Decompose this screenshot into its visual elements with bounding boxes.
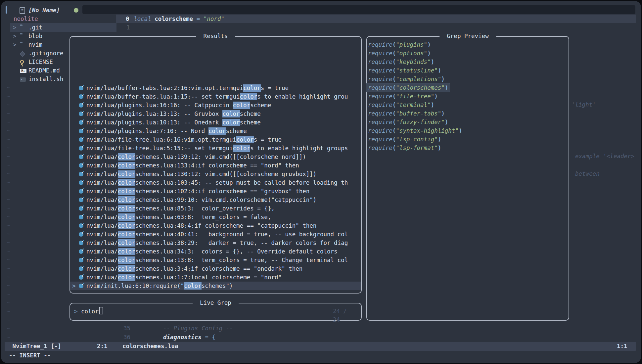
result-row[interactable]: >nvim/lua/plugins.lua:7:10: -- Nord colo…	[70, 127, 361, 135]
preview-line-code: require("terminal")	[366, 101, 436, 109]
filetree-item-label: LICENSE	[28, 58, 53, 66]
result-row[interactable]: >nvim/lua/colorschemes.lua:103:45: -- se…	[70, 178, 361, 187]
match-highlight: color	[118, 274, 135, 281]
result-row[interactable]: >nvim/lua/colorschemes.lua:102:4:if colo…	[70, 187, 361, 196]
chevron-right-icon[interactable]: >	[13, 23, 18, 32]
tabline-accent-bar	[6, 6, 7, 14]
result-row[interactable]: >nvim/lua/colorschemes.lua:34:3: colors …	[70, 247, 361, 256]
tilde-empty-line: ~	[7, 187, 10, 195]
result-row-text: nvim/lua/plugins.lua:7:10: -- Nord color…	[86, 127, 247, 135]
tilde-empty-line: ~	[7, 247, 10, 255]
match-highlight: color	[118, 231, 135, 238]
statusline: NvimTree_1 [-] 2:1 colorschemes.lua 1:1	[5, 342, 636, 351]
tilde-empty-line: ~	[7, 221, 10, 230]
filetree-project-name[interactable]: neolite	[14, 15, 38, 23]
prompt-caret-icon: >	[74, 308, 81, 315]
match-highlight: color	[233, 145, 251, 152]
tilde-empty-line: ~	[7, 83, 10, 92]
result-row[interactable]: >nvim/lua/plugins.lua:13:13: -- Gruvbox …	[70, 110, 361, 118]
preview-line: require("lsp-config")	[368, 135, 443, 144]
lua-file-icon	[79, 180, 83, 185]
match-highlight: color	[184, 282, 202, 290]
livegrep-window: Live Grep	[69, 303, 362, 321]
tilde-empty-line: ~	[7, 204, 10, 212]
chevron-right-icon[interactable]: >	[13, 40, 18, 49]
result-row[interactable]: >nvim/lua/colorschemes.lua:139:12: vim.c…	[70, 153, 361, 161]
mode-indicator: -- INSERT --	[9, 351, 51, 360]
result-row-text: nvim/lua/buffer-tabs.lua:2:16:vim.opt.te…	[86, 84, 289, 92]
background-line-number-36: 36	[122, 333, 130, 341]
result-row-text: nvim/lua/colorschemes.lua:63:8: term_col…	[86, 213, 271, 221]
lua-file-icon	[79, 249, 83, 254]
identifier-colorscheme: colorscheme	[151, 16, 197, 22]
result-row[interactable]: >nvim/lua/colorschemes.lua:3:4:if colors…	[70, 264, 361, 273]
chevron-right-icon[interactable]: >	[13, 32, 18, 40]
result-row-text: nvim/init.lua:6:10:require("colorschemes…	[86, 282, 233, 290]
result-row-text: nvim/lua/plugins.lua:13:13: -- Gruvbox c…	[86, 110, 261, 118]
filetree-item-label: README.md	[28, 66, 60, 75]
md-icon: M↓	[20, 69, 26, 73]
tilde-empty-line: ~	[7, 195, 10, 204]
preview-line-code: require("plugins")	[366, 40, 433, 49]
filetree-item--git[interactable]: >.git	[1, 23, 116, 32]
tilde-empty-line: ~	[7, 255, 10, 264]
match-highlight: color	[118, 196, 135, 204]
tilde-empty-line: ~	[7, 152, 10, 161]
filetree-item-label: blob	[28, 32, 42, 40]
result-row[interactable]: >nvim/lua/colorschemes.lua:99:10: vim.cm…	[70, 196, 361, 204]
match-highlight: color	[208, 127, 226, 135]
preview-line-code: require("lsp-config")	[366, 135, 443, 144]
livegrep-prompt-input[interactable]: > color	[74, 307, 103, 315]
result-row[interactable]: >nvim/lua/colorschemes.lua:63:8: term_co…	[70, 213, 361, 221]
background-text-leader: example '<leader>	[575, 152, 634, 160]
match-highlight: color	[118, 205, 135, 212]
tilde-empty-line: ~	[7, 212, 10, 221]
result-row[interactable]: >nvim/lua/colorschemes.lua:85:3: color_o…	[70, 204, 361, 213]
match-highlight: color	[240, 93, 257, 100]
result-row[interactable]: >nvim/lua/colorschemes.lua:13:8: term_co…	[70, 256, 361, 264]
tilde-empty-line: ~	[7, 178, 10, 187]
operator-equals-2: =	[202, 334, 212, 341]
tilde-empty-line: ~	[7, 333, 10, 341]
lua-file-icon	[79, 172, 83, 176]
lua-file-icon	[79, 223, 83, 228]
lua-file-icon	[79, 146, 83, 151]
match-highlight: color	[243, 84, 261, 92]
lua-file-icon	[79, 86, 83, 90]
result-row[interactable]: >nvim/lua/buffer-tabs.lua:2:16:vim.opt.t…	[70, 84, 361, 92]
result-row[interactable]: >nvim/lua/plugins.lua:16:16: -- Catppucc…	[70, 101, 361, 110]
lua-file-icon	[79, 155, 83, 159]
result-row[interactable]: >nvim/lua/plugins.lua:10:13: -- Onedark …	[70, 118, 361, 127]
result-row[interactable]: >nvim/lua/file-tree.lua:5:15:-- set term…	[70, 144, 361, 153]
preview-line: require("syntax-highlight")	[368, 126, 464, 135]
match-highlight: color	[118, 213, 135, 221]
preview-line-code: require("options")	[366, 49, 433, 58]
editor-line-number-1: 1	[126, 23, 130, 32]
tilde-empty-line: ~	[7, 126, 10, 135]
match-highlight: color	[118, 222, 135, 229]
preview-line-code: require("statusline")	[366, 66, 443, 75]
match-highlight: color	[118, 188, 135, 195]
result-row[interactable]: >nvim/lua/colorschemes.lua:130:12: vim.c…	[70, 170, 361, 178]
result-row[interactable]: >nvim/lua/colorschemes.lua:133:4:if colo…	[70, 161, 361, 170]
result-row[interactable]: >nvim/lua/file-tree.lua:6:16:vim.opt.ter…	[70, 135, 361, 144]
result-row[interactable]: >nvim/lua/colorschemes.lua:1:7:local col…	[70, 273, 361, 282]
tilde-empty-line: ~	[7, 264, 10, 273]
editor-code-line-0[interactable]: local colorscheme = "nord"	[134, 15, 224, 23]
result-row[interactable]: >nvim/init.lua:6:10:require("colorscheme…	[70, 282, 361, 290]
preview-line: require("file-tree")	[368, 92, 439, 101]
buffer-file-icon: ≡	[20, 7, 25, 14]
preview-window-title: Grep Preview	[439, 32, 496, 40]
result-row[interactable]: >nvim/lua/colorschemes.lua:40:41: backgr…	[70, 230, 361, 239]
result-row[interactable]: >nvim/lua/buffer-tabs.lua:1:15:-- set te…	[70, 92, 361, 101]
lua-file-icon	[79, 129, 83, 133]
buffer-tab[interactable]: [No Name]	[28, 6, 60, 15]
lua-file-icon	[79, 163, 83, 168]
statusline-cursor-position: 2:1	[97, 342, 108, 351]
lua-file-icon	[79, 284, 83, 288]
match-highlight: color	[118, 239, 135, 247]
result-row-text: nvim/lua/colorschemes.lua:85:3: color_ov…	[86, 204, 275, 213]
result-row-text: nvim/lua/buffer-tabs.lua:1:15:-- set ter…	[86, 92, 348, 101]
result-row[interactable]: >nvim/lua/colorschemes.lua:48:4:if color…	[70, 221, 361, 230]
result-row[interactable]: >nvim/lua/colorschemes.lua:38:29: darker…	[70, 239, 361, 247]
